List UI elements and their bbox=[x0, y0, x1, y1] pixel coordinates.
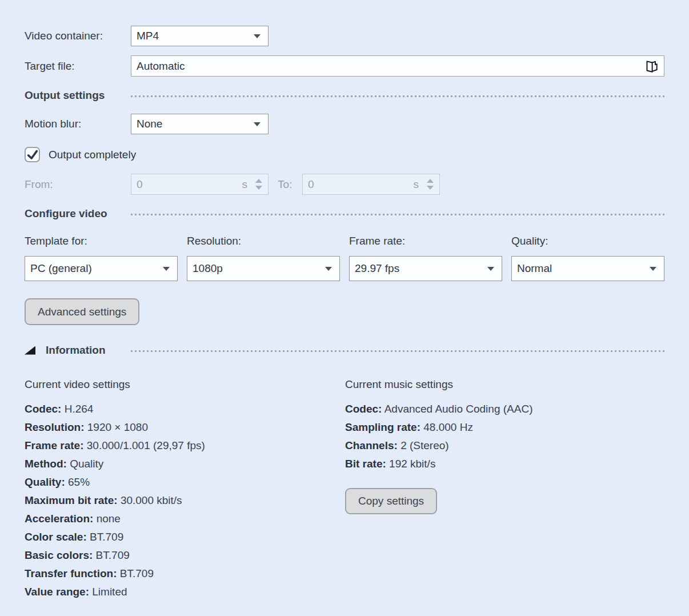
from-label: From: bbox=[25, 178, 131, 191]
configure-video-header: Configure video bbox=[25, 207, 664, 220]
collapse-triangle-icon[interactable] bbox=[25, 346, 35, 355]
music-settings-list: Codec: Advanced Audio Coding (AAC) Sampl… bbox=[345, 400, 664, 473]
from-spinner bbox=[255, 179, 263, 190]
list-item: Codec: Advanced Audio Coding (AAC) bbox=[345, 400, 664, 418]
resolution-value: 1080p bbox=[193, 262, 223, 275]
dotted-rule bbox=[131, 95, 664, 97]
output-completely-label[interactable]: Output completely bbox=[49, 149, 136, 161]
configure-labels-row: Template for: Resolution: Frame rate: Qu… bbox=[25, 235, 664, 247]
configure-video-title: Configure video bbox=[25, 207, 123, 220]
video-container-select[interactable]: MP4 bbox=[131, 26, 269, 46]
output-settings-title: Output settings bbox=[25, 89, 123, 102]
chevron-down-icon bbox=[650, 267, 656, 271]
quality-value: Normal bbox=[517, 262, 552, 275]
information-title: Information bbox=[46, 344, 123, 357]
video-container-row: Video container: MP4 bbox=[25, 26, 664, 46]
to-value: 0 bbox=[308, 178, 414, 191]
list-item: Quality: 65% bbox=[25, 473, 345, 491]
target-file-row: Target file: Automatic bbox=[25, 55, 664, 77]
list-item: Bit rate: 192 kbit/s bbox=[345, 455, 664, 473]
resolution-label: Resolution: bbox=[187, 235, 340, 247]
target-file-input[interactable]: Automatic bbox=[131, 55, 664, 77]
range-row: From: 0 s To: 0 s bbox=[25, 174, 664, 195]
from-input: 0 s bbox=[131, 174, 269, 195]
motion-blur-row: Motion blur: None bbox=[25, 114, 664, 134]
checkmark-icon bbox=[26, 149, 38, 161]
list-item: Color scale: BT.709 bbox=[25, 528, 345, 546]
list-item: Value range: Limited bbox=[25, 583, 345, 601]
chevron-down-icon bbox=[487, 267, 494, 271]
motion-blur-select[interactable]: None bbox=[131, 114, 269, 134]
current-video-settings-title: Current video settings bbox=[25, 378, 345, 391]
list-item: Transfer function: BT.709 bbox=[25, 565, 345, 583]
export-settings-panel: Video container: MP4 Target file: Automa… bbox=[0, 0, 689, 616]
list-item: Sampling rate: 48.000 Hz bbox=[345, 418, 664, 437]
quality-label: Quality: bbox=[511, 235, 664, 247]
from-value: 0 bbox=[137, 178, 242, 191]
template-for-value: PC (general) bbox=[30, 262, 92, 275]
current-video-settings: Current video settings Codec: H.264 Reso… bbox=[25, 378, 345, 601]
spin-up-icon bbox=[427, 179, 434, 183]
list-item: Basic colors: BT.709 bbox=[25, 546, 345, 565]
quality-select[interactable]: Normal bbox=[511, 256, 664, 281]
target-file-label: Target file: bbox=[25, 60, 131, 73]
motion-blur-label: Motion blur: bbox=[25, 118, 131, 130]
frame-rate-value: 29.97 fps bbox=[355, 262, 399, 275]
video-settings-list: Codec: H.264 Resolution: 1920 × 1080 Fra… bbox=[25, 400, 345, 601]
frame-rate-label: Frame rate: bbox=[349, 235, 502, 247]
advanced-settings-button[interactable]: Advanced settings bbox=[25, 298, 139, 325]
chevron-down-icon bbox=[325, 267, 332, 271]
list-item: Maximum bit rate: 30.000 kbit/s bbox=[25, 491, 345, 510]
information-header[interactable]: Information bbox=[25, 344, 664, 357]
list-item: Codec: H.264 bbox=[25, 400, 345, 418]
list-item: Frame rate: 30.000/1.001 (29,97 fps) bbox=[25, 437, 345, 455]
list-item: Channels: 2 (Stereo) bbox=[345, 437, 664, 455]
from-unit: s bbox=[242, 178, 248, 191]
output-settings-header: Output settings bbox=[25, 89, 664, 102]
template-for-label: Template for: bbox=[25, 235, 178, 247]
to-label: To: bbox=[278, 178, 302, 191]
configure-selects-row: PC (general) 1080p 29.97 fps Normal bbox=[25, 256, 664, 281]
to-spinner bbox=[427, 179, 435, 190]
template-for-select[interactable]: PC (general) bbox=[25, 256, 178, 281]
copy-settings-button[interactable]: Copy settings bbox=[345, 488, 437, 514]
current-music-settings-title: Current music settings bbox=[345, 378, 664, 391]
list-item: Resolution: 1920 × 1080 bbox=[25, 418, 345, 437]
video-container-label: Video container: bbox=[25, 30, 131, 42]
output-completely-row: Output completely bbox=[25, 147, 664, 162]
list-item: Method: Quality bbox=[25, 455, 345, 473]
target-file-value: Automatic bbox=[137, 60, 643, 73]
chevron-down-icon bbox=[254, 122, 261, 126]
resolution-select[interactable]: 1080p bbox=[187, 256, 340, 281]
spin-down-icon bbox=[427, 186, 434, 190]
list-item: Acceleration: none bbox=[25, 510, 345, 528]
chevron-down-icon bbox=[163, 267, 170, 271]
chevron-down-icon bbox=[254, 34, 261, 38]
output-completely-checkbox[interactable] bbox=[25, 147, 40, 162]
to-unit: s bbox=[414, 178, 419, 191]
current-music-settings: Current music settings Codec: Advanced A… bbox=[345, 378, 664, 514]
browse-folder-icon[interactable] bbox=[643, 58, 659, 74]
dotted-rule bbox=[131, 350, 664, 352]
spin-up-icon bbox=[255, 179, 262, 183]
frame-rate-select[interactable]: 29.97 fps bbox=[349, 256, 502, 281]
information-body: Current video settings Codec: H.264 Reso… bbox=[25, 378, 664, 601]
dotted-rule bbox=[131, 214, 664, 215]
spin-down-icon bbox=[255, 186, 262, 190]
motion-blur-value: None bbox=[137, 118, 162, 130]
video-container-value: MP4 bbox=[137, 30, 159, 42]
to-input: 0 s bbox=[302, 174, 440, 195]
